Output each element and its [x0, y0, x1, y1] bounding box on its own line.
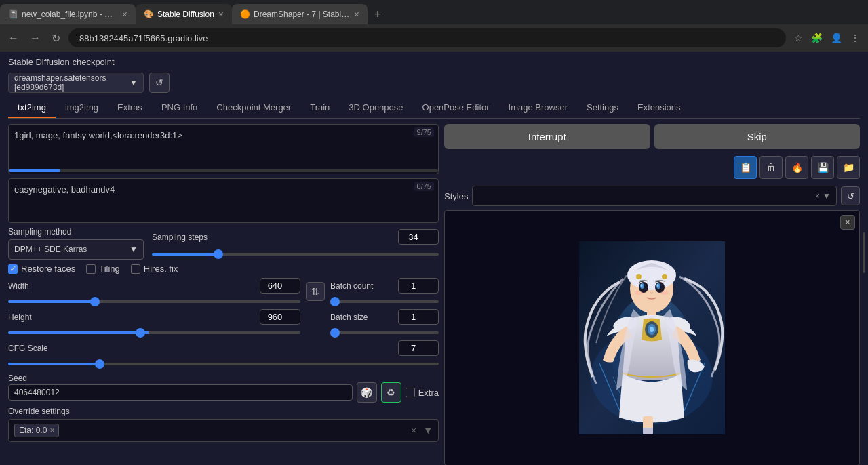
batch-size-section: Batch size [330, 309, 439, 336]
styles-dropdown-icon[interactable]: ▼ [823, 191, 831, 201]
sampling-steps-slider[interactable] [152, 253, 439, 256]
width-batch-row: Width ⇅ Batch count [8, 278, 439, 305]
profile-icon[interactable]: 👤 [828, 30, 845, 46]
restore-faces-label: Restore faces [21, 264, 75, 274]
hires-fix-checkbox[interactable]: Hires. fix [131, 264, 178, 274]
sampling-method-dropdown[interactable]: DPM++ SDE Karras ▼ [8, 239, 144, 260]
new-tab-button[interactable]: + [368, 7, 388, 22]
address-input[interactable] [68, 28, 786, 47]
scrollbar[interactable] [863, 232, 865, 273]
sampling-method-label: Sampling method [8, 227, 144, 237]
width-input[interactable] [260, 278, 300, 294]
width-slider[interactable] [8, 300, 300, 303]
cfg-scale-input[interactable] [398, 340, 439, 356]
extra-checkbox[interactable]: Extra [406, 388, 439, 398]
extensions-icon[interactable]: 🧩 [808, 30, 825, 46]
negative-prompt-input[interactable] [9, 179, 438, 220]
styles-refresh-button[interactable]: ↺ [841, 186, 860, 205]
restore-faces-checkbox[interactable]: ✓ Restore faces [8, 264, 75, 274]
app-content: Stable Diffusion checkpoint dreamshaper.… [0, 52, 868, 465]
tab-settings[interactable]: Settings [577, 98, 628, 118]
tab-3d-openpose[interactable]: 3D Openpose [339, 98, 412, 118]
browser-chrome: 📓 new_colab_file.ipynb - Colabora... × 🎨… [0, 0, 868, 52]
svg-point-13 [657, 284, 659, 287]
override-clear-button[interactable]: × [411, 425, 416, 436]
seed-input[interactable] [8, 384, 353, 401]
seed-dice-button[interactable]: 🎲 [357, 382, 377, 403]
sampling-method-value: DPM++ SDE Karras [14, 245, 87, 254]
styles-clear-icon[interactable]: × [815, 191, 820, 201]
sampling-steps-input[interactable] [398, 229, 439, 245]
batch-size-slider[interactable] [330, 331, 439, 334]
seed-recycle-button[interactable]: ♻ [381, 382, 401, 403]
styles-input[interactable]: × ▼ [472, 186, 837, 206]
folder-action-button[interactable]: 📁 [837, 156, 860, 179]
tab-ds-favicon: 🟠 [240, 9, 250, 19]
cfg-scale-slider[interactable] [8, 363, 439, 365]
skip-button[interactable]: Skip [654, 124, 861, 149]
batch-count-label: Batch count [330, 281, 373, 291]
eta-tag-close[interactable]: × [50, 426, 54, 435]
swap-dimensions-button[interactable]: ⇅ [306, 282, 325, 301]
negative-prompt-counter: 0/75 [414, 182, 434, 191]
height-label: Height [8, 312, 32, 322]
tab-ds-close[interactable]: × [354, 9, 359, 20]
height-batch-size-row: Height Batch size [8, 309, 439, 336]
tab-bar: 📓 new_colab_file.ipynb - Colabora... × 🎨… [0, 0, 868, 24]
tab-colab[interactable]: 📓 new_colab_file.ipynb - Colabora... × [0, 4, 136, 24]
tab-train[interactable]: Train [300, 98, 339, 118]
positive-prompt-container: 9/75 [8, 124, 439, 174]
restore-faces-check-icon: ✓ [8, 264, 18, 274]
tab-png-info[interactable]: PNG Info [152, 98, 207, 118]
seed-label: Seed [8, 373, 353, 383]
height-input[interactable] [260, 309, 300, 325]
tab-extensions[interactable]: Extensions [628, 98, 690, 118]
batch-count-slider[interactable] [330, 300, 439, 303]
tiling-checkbox[interactable]: Tiling [86, 264, 120, 274]
image-output-area: × [444, 210, 860, 465]
image-close-button[interactable]: × [840, 215, 855, 230]
save-action-button[interactable]: 💾 [811, 156, 834, 179]
checkpoint-refresh-button[interactable]: ↺ [149, 73, 170, 93]
menu-icon[interactable]: ⋮ [848, 30, 863, 46]
tab-stable-diffusion[interactable]: 🎨 Stable Diffusion × [136, 4, 232, 24]
forward-button[interactable]: → [27, 29, 43, 47]
tab-checkpoint-merger[interactable]: Checkpoint Merger [207, 98, 300, 118]
tab-img2img[interactable]: img2img [56, 98, 108, 118]
batch-size-input[interactable] [398, 309, 439, 325]
override-input-area: Eta: 0.0 × × ▼ [8, 419, 439, 442]
paste-action-button[interactable]: 📋 [734, 156, 757, 179]
tab-openpose-editor[interactable]: OpenPose Editor [413, 98, 499, 118]
tiling-label: Tiling [99, 264, 120, 274]
height-slider[interactable] [8, 331, 300, 334]
sampling-row: Sampling method DPM++ SDE Karras ▼ Sampl… [8, 227, 439, 260]
trash-action-button[interactable]: 🗑 [760, 156, 783, 179]
checkpoint-controls: dreamshaper.safetensors [ed989d673d] ▼ ↺ [8, 73, 860, 93]
tab-image-browser[interactable]: Image Browser [499, 98, 577, 118]
checkpoint-value: dreamshaper.safetensors [ed989d673d] [14, 73, 130, 92]
batch-count-input[interactable] [398, 278, 439, 294]
browser-toolbar: ☆ 🧩 👤 ⋮ [791, 30, 863, 46]
checkpoint-section: Stable Diffusion checkpoint [8, 57, 860, 67]
checkpoint-select[interactable]: dreamshaper.safetensors [ed989d673d] ▼ [8, 73, 144, 93]
cfg-scale-label: CFG Scale [8, 344, 48, 353]
tab-dreamshaper[interactable]: 🟠 DreamShaper - 7 | Stable Diffusi... × [232, 4, 368, 24]
reload-button[interactable]: ↻ [49, 29, 63, 47]
tab-sd-close[interactable]: × [218, 9, 224, 20]
override-dropdown-button[interactable]: ▼ [423, 425, 433, 436]
back-button[interactable]: ← [5, 29, 22, 47]
tab-sd-favicon: 🎨 [144, 9, 153, 19]
seed-section: Seed 🎲 ♻ Extra [8, 371, 439, 403]
seed-input-section: Seed [8, 373, 353, 401]
tab-txt2img[interactable]: txt2img [8, 98, 56, 118]
override-label: Override settings [8, 407, 439, 416]
tab-colab-close[interactable]: × [122, 9, 127, 20]
fire-action-button[interactable]: 🔥 [785, 156, 808, 179]
extra-check-icon [406, 388, 415, 397]
bookmark-icon[interactable]: ☆ [791, 30, 806, 46]
tab-extras[interactable]: Extras [108, 98, 152, 118]
svg-point-12 [641, 284, 643, 287]
interrupt-button[interactable]: Interrupt [444, 124, 650, 149]
override-settings-section: Override settings Eta: 0.0 × × ▼ [8, 407, 439, 442]
positive-prompt-input[interactable] [9, 125, 438, 166]
